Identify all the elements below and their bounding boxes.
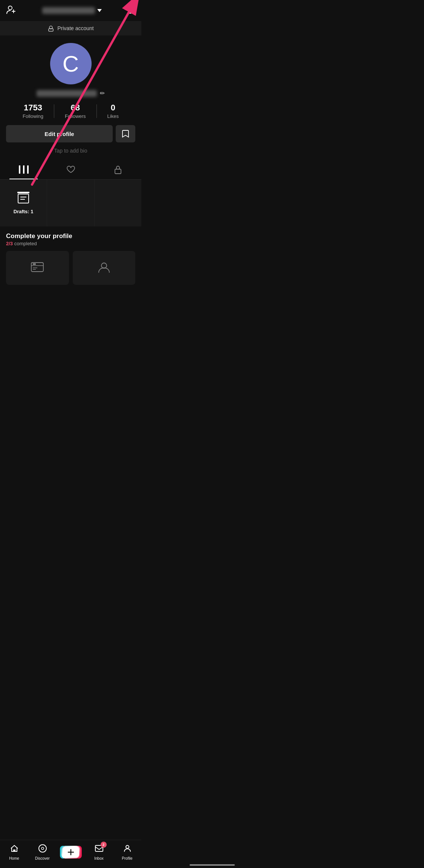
grid-empty-1	[47, 180, 94, 226]
complete-fraction: 2/3	[6, 241, 13, 246]
stat-likes[interactable]: 0 Likes	[97, 103, 129, 119]
chevron-down-icon	[97, 9, 102, 12]
complete-title: Complete your profile	[6, 232, 135, 240]
card-icon-2	[97, 262, 111, 274]
tab-liked[interactable]	[47, 160, 94, 179]
drafts-item[interactable]: Drafts: 1	[0, 180, 47, 226]
top-nav	[0, 0, 141, 21]
complete-cards	[6, 251, 135, 285]
edit-profile-button[interactable]: Edit profile	[6, 125, 113, 142]
menu-button[interactable]	[127, 8, 135, 14]
bookmark-icon	[122, 130, 129, 138]
drafts-icon	[17, 192, 30, 206]
profile-name-row: ✏	[37, 90, 105, 97]
svg-rect-5	[19, 165, 20, 174]
bio-placeholder[interactable]: Tap to add bio	[54, 148, 87, 154]
followers-count: 68	[71, 103, 80, 113]
stat-following[interactable]: 1753 Following	[12, 103, 54, 119]
lock-icon	[47, 25, 54, 32]
svg-point-18	[101, 263, 107, 268]
complete-card-2[interactable]	[73, 251, 136, 285]
profile-tabs	[0, 160, 141, 180]
likes-count: 0	[111, 103, 115, 113]
avatar-letter: C	[63, 51, 79, 77]
svg-rect-7	[27, 165, 29, 174]
username-text	[42, 7, 95, 14]
svg-rect-6	[23, 165, 24, 174]
following-count: 1753	[24, 103, 42, 113]
profile-section: C ✏ 1753 Following 68 Followers 0 Likes …	[0, 35, 141, 160]
svg-rect-9	[17, 192, 29, 193]
likes-label: Likes	[107, 113, 119, 119]
username-dropdown[interactable]	[42, 7, 102, 14]
profile-name	[37, 90, 97, 97]
avatar[interactable]: C	[50, 43, 92, 84]
add-user-button[interactable]	[6, 5, 17, 17]
stats-row: 1753 Following 68 Followers 0 Likes	[6, 103, 135, 119]
grid-icon	[19, 165, 29, 174]
lock-tab-icon	[114, 165, 122, 174]
bookmark-button[interactable]	[116, 125, 135, 142]
following-label: Following	[23, 113, 43, 119]
action-buttons: Edit profile	[6, 125, 135, 142]
tab-private[interactable]	[94, 160, 141, 179]
private-banner: Private account	[0, 21, 141, 35]
svg-rect-10	[18, 194, 29, 203]
complete-subtitle: 2/3 completed	[6, 241, 135, 246]
private-banner-text: Private account	[57, 25, 94, 31]
tab-videos[interactable]	[0, 160, 47, 179]
svg-rect-8	[115, 169, 121, 174]
card-icon-1	[31, 262, 44, 274]
svg-rect-15	[33, 263, 36, 265]
complete-profile-section: Complete your profile 2/3 completed	[0, 226, 141, 291]
complete-done: completed	[14, 241, 37, 246]
stat-followers[interactable]: 68 Followers	[54, 103, 96, 119]
grid-empty-2	[95, 180, 141, 226]
svg-point-0	[8, 6, 12, 10]
heart-icon	[66, 165, 75, 174]
followers-label: Followers	[65, 113, 86, 119]
content-grid: Drafts: 1	[0, 180, 141, 226]
edit-name-icon[interactable]: ✏	[100, 90, 105, 97]
drafts-label: Drafts: 1	[14, 209, 34, 214]
complete-card-1[interactable]	[6, 251, 69, 285]
